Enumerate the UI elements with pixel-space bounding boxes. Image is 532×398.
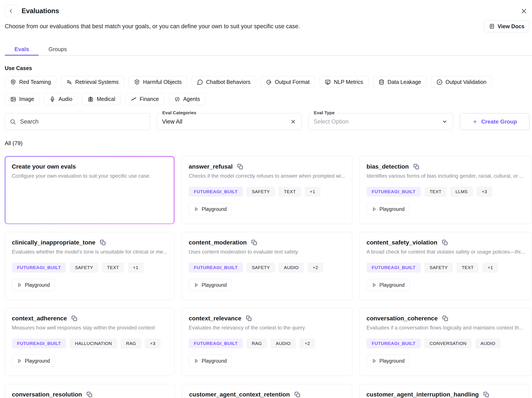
use-case-chip-harmful-objects[interactable]: Harmful Objects xyxy=(128,76,187,88)
back-button[interactable] xyxy=(5,5,17,17)
eval-card-header: content_safety_violation xyxy=(367,239,525,246)
chevron-down-icon xyxy=(442,119,448,125)
eval-card-header: conversation_resolution xyxy=(12,391,168,398)
copy-icon[interactable] xyxy=(413,164,420,170)
category-tag: +1 xyxy=(305,187,320,197)
clear-filter-button[interactable] xyxy=(290,119,296,125)
eval-name: conversation_resolution xyxy=(12,391,82,398)
chip-label: Output Validation xyxy=(445,79,487,85)
copy-icon[interactable] xyxy=(71,315,78,322)
play-icon xyxy=(17,283,22,287)
close-icon xyxy=(520,8,527,14)
copy-icon[interactable] xyxy=(483,391,489,398)
eval-card-context-relevance[interactable]: context_relevance Evaluates the relevanc… xyxy=(182,308,352,376)
category-tag: TEXT xyxy=(456,263,479,272)
eval-card-content-moderation[interactable]: content_moderation Uses content moderati… xyxy=(182,232,352,300)
eval-name: customer_agent_context_retention xyxy=(189,391,290,398)
copy-icon[interactable] xyxy=(237,164,243,170)
eval-card-content-safety-violation[interactable]: content_safety_violation A broad check f… xyxy=(360,232,532,300)
copy-icon[interactable] xyxy=(100,239,106,246)
copy-icon[interactable] xyxy=(246,315,252,322)
playground-button[interactable]: Playground xyxy=(189,203,232,215)
category-tag: LLMS xyxy=(450,187,473,197)
eval-name: content_safety_violation xyxy=(367,239,437,246)
copy-icon[interactable] xyxy=(294,391,301,398)
play-icon xyxy=(372,207,377,211)
use-case-chip-nlp-metrics[interactable]: NLP Metrics xyxy=(319,76,368,88)
eval-description: Checks if the model correctly refuses to… xyxy=(189,173,345,179)
copy-icon[interactable] xyxy=(86,391,93,398)
dropdown-toggle-button[interactable] xyxy=(442,119,448,125)
search-input[interactable] xyxy=(20,118,145,125)
chip-label: Finance xyxy=(140,96,159,102)
subtitle-row: Choose from our evaluations that best ma… xyxy=(5,20,529,32)
eval-card-conversation-resolution[interactable]: conversation_resolution xyxy=(5,384,175,398)
use-case-chip-chatbot-behaviors[interactable]: Chatbot Behaviors xyxy=(192,76,256,88)
eval-name: customer_agent_interruption_handling xyxy=(366,391,479,398)
create-group-button[interactable]: Create Group xyxy=(460,113,529,130)
eval-card-bias-detection[interactable]: bias_detection Identifies various forms … xyxy=(360,156,532,224)
create-your-own-evals-card[interactable]: Create your own evals Configure your own… xyxy=(5,156,174,224)
tab-groups[interactable]: Groups xyxy=(39,43,76,56)
close-button[interactable] xyxy=(520,8,527,14)
message-dots-icon xyxy=(197,79,203,85)
shield-x-icon xyxy=(134,79,140,85)
use-case-chip-finance[interactable]: Finance xyxy=(125,93,164,105)
chip-label: Red Teaming xyxy=(19,79,51,85)
use-case-chip-output-format[interactable]: Output Format xyxy=(260,76,315,88)
eval-description: Evaluates if a conversation flows logica… xyxy=(367,325,525,331)
use-case-chip-agents[interactable]: Agents xyxy=(169,93,205,105)
eval-description: Evaluates whether the model's tone is un… xyxy=(12,249,167,255)
header: Evaluations xyxy=(5,5,529,17)
eval-card-customer-agent-context-retention[interactable]: customer_agent_context_retention xyxy=(182,384,352,398)
category-tag: RAG xyxy=(121,339,141,348)
category-tag: SAFETY xyxy=(424,263,453,272)
playground-button[interactable]: Playground xyxy=(367,203,410,215)
chip-label: Audio xyxy=(58,96,72,102)
copy-icon[interactable] xyxy=(442,239,448,246)
playground-button[interactable]: Playground xyxy=(189,279,232,291)
playground-button[interactable]: Playground xyxy=(189,355,232,367)
badge-check-icon xyxy=(437,79,443,85)
category-tag: +1 xyxy=(482,263,498,272)
eval-card-answer-refusal[interactable]: answer_refusal Checks if the model corre… xyxy=(182,156,352,224)
builder-tag: FUTUREAGI_BUILT xyxy=(189,263,243,272)
medical-bag-icon xyxy=(88,96,94,102)
use-case-chip-retrieval-systems[interactable]: Retrieval Systems xyxy=(61,76,124,88)
playground-button[interactable]: Playground xyxy=(12,355,55,367)
playground-button[interactable]: Playground xyxy=(12,279,55,291)
play-icon xyxy=(194,283,199,287)
text-search-icon xyxy=(66,79,72,85)
finance-chart-icon xyxy=(131,96,137,102)
category-tag: SAFETY xyxy=(247,263,275,272)
category-tag: AUDIO xyxy=(475,339,500,348)
tab-evals[interactable]: Evals xyxy=(5,43,39,56)
use-case-chip-red-teaming[interactable]: Red Teaming xyxy=(5,76,56,88)
results-count: All (79) xyxy=(5,140,529,147)
eval-tags: FUTUREAGI_BUILTSAFETYTEXT+1 xyxy=(367,263,525,272)
eval-card-clinically-inappropriate-tone[interactable]: clinically_inappropriate_tone Evaluates … xyxy=(5,232,174,300)
builder-tag: FUTUREAGI_BUILT xyxy=(189,187,243,197)
eval-categories-field[interactable]: Eval Categories View All xyxy=(157,113,302,130)
use-case-chip-medical[interactable]: Medical xyxy=(82,93,120,105)
copy-icon[interactable] xyxy=(251,239,258,246)
use-case-chip-output-validation[interactable]: Output Validation xyxy=(431,76,492,88)
category-tag: AUDIO xyxy=(279,263,304,272)
view-docs-button[interactable]: View Docs xyxy=(484,20,529,32)
eval-name: bias_detection xyxy=(367,163,409,170)
playground-button[interactable]: Playground xyxy=(367,355,410,367)
eval-card-context-adherence[interactable]: context_adherence Measures how well resp… xyxy=(5,308,174,376)
use-case-chip-image[interactable]: Image xyxy=(5,93,39,105)
eval-type-field[interactable]: Eval Type Select Option xyxy=(308,113,453,130)
playground-button[interactable]: Playground xyxy=(367,279,410,291)
chip-label: Data Leakage xyxy=(387,79,421,85)
category-tag: +3 xyxy=(145,339,161,348)
use-case-chip-data-leakage[interactable]: Data Leakage xyxy=(373,76,427,88)
eval-card-conversation-coherence[interactable]: conversation_coherence Evaluates if a co… xyxy=(360,308,532,376)
use-case-chip-audio[interactable]: Audio xyxy=(44,93,78,105)
chip-label: Medical xyxy=(97,96,115,102)
eval-card-customer-agent-interruption-handling[interactable]: customer_agent_interruption_handling xyxy=(359,384,529,398)
copy-icon[interactable] xyxy=(442,315,449,322)
eval-tags: FUTUREAGI_BUILTTEXTLLMS+3 xyxy=(367,187,525,197)
eval-tags: FUTUREAGI_BUILTSAFETYTEXT+1 xyxy=(12,263,167,272)
